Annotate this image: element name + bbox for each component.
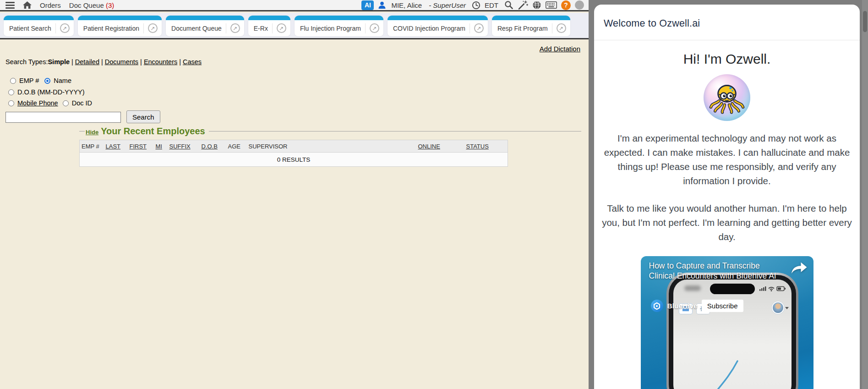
tab-label: Resp Fit Program — [497, 25, 548, 32]
tab-divider — [55, 23, 56, 33]
search-type-cases[interactable]: Cases — [183, 58, 202, 66]
phone-screen-curve — [701, 358, 760, 389]
radio-label-mobile-phone[interactable]: Mobile Phone — [17, 99, 58, 107]
scrollbar-thumb[interactable] — [863, 11, 867, 32]
legend-line — [79, 131, 85, 131]
recent-employees-table: EMP # LAST FIRST MI SUFFIX D.O.B AGE SUP… — [79, 140, 508, 167]
open-in-new-window-icon[interactable]: ↗ — [60, 23, 70, 33]
subscribe-button[interactable]: Subscribe — [702, 300, 743, 312]
tab-covid-injection-program[interactable]: COVID Injection Program↗ — [388, 16, 488, 36]
assistant-greeting: Hi! I'm Ozwell. — [594, 51, 860, 67]
youtube-video-embed[interactable]: How to Capture and Transcribe Clinical E… — [641, 256, 813, 389]
add-dictation-link[interactable]: Add Dictation — [540, 45, 580, 53]
user-name: MIE, Alice — [391, 1, 422, 9]
search-type-documents[interactable]: Documents — [105, 58, 138, 66]
tab-divider — [226, 23, 226, 33]
open-in-new-window-icon[interactable]: ↗ — [370, 23, 379, 33]
share-icon[interactable] — [790, 261, 808, 274]
tab-flu-injection-program[interactable]: Flu Injection Program↗ — [295, 16, 383, 36]
search-icon[interactable] — [504, 0, 513, 10]
radio-name[interactable] — [44, 78, 50, 84]
radio-mobile-phone[interactable] — [8, 100, 14, 106]
connection-status-icon[interactable] — [575, 0, 584, 10]
patient-search-content: Add Dictation Search Types:Simple|Detail… — [0, 41, 589, 389]
radio-label-dob: D.O.B (MM-DD-YYYY) — [17, 88, 85, 96]
column-status[interactable]: STATUS — [464, 140, 508, 153]
radio-label-emp: EMP # — [19, 77, 39, 84]
column-first[interactable]: FIRST — [128, 140, 154, 153]
tab-label: Patient Registration — [83, 25, 139, 32]
column-suffix[interactable]: SUFFIX — [168, 140, 200, 153]
radio-label-name: Name — [54, 77, 71, 84]
open-in-new-window-icon[interactable]: ↗ — [557, 23, 566, 33]
tab-document-queue[interactable]: Document Queue↗ — [166, 16, 244, 36]
tab-accent-bar — [295, 16, 383, 20]
open-in-new-window-icon[interactable]: ↗ — [277, 23, 286, 33]
tab-resp-fit-program[interactable]: Resp Fit Program↗ — [492, 16, 570, 36]
hamburger-menu-icon[interactable] — [5, 2, 15, 9]
legend-line — [209, 131, 581, 131]
search-button[interactable]: Search — [126, 110, 160, 123]
channel-row: BlueHive Subscribe — [651, 300, 743, 312]
phone-notch — [710, 284, 755, 294]
separator: | — [99, 58, 105, 66]
topbar-link-orders[interactable]: Orders — [40, 1, 61, 9]
globe-icon[interactable] — [532, 0, 541, 10]
doc-queue-label: Doc Queue — [69, 1, 104, 9]
phone-avatar-caret — [785, 307, 789, 309]
tab-accent-bar — [492, 16, 570, 20]
column-online[interactable]: ONLINE — [416, 140, 464, 153]
timezone-label: EDT — [485, 1, 498, 9]
radio-doc-id[interactable] — [63, 100, 69, 106]
tab-divider — [272, 23, 273, 33]
tab-patient-search[interactable]: Patient Search↗ — [4, 16, 74, 36]
column-last[interactable]: LAST — [104, 140, 128, 153]
tab-label: Flu Injection Program — [300, 25, 361, 32]
hide-link[interactable]: Hide — [86, 129, 98, 136]
assistant-disclaimer-paragraph: I'm an experimental technology and may n… — [601, 131, 852, 188]
help-icon[interactable]: ? — [561, 0, 571, 10]
tab-patient-registration[interactable]: Patient Registration↗ — [78, 16, 162, 36]
tab-accent-bar — [388, 16, 488, 20]
empty-results-row: 0 RESULTS — [80, 153, 508, 167]
separator: | — [177, 58, 183, 66]
home-icon[interactable] — [23, 1, 32, 9]
panel-scrollbar[interactable] — [862, 0, 868, 389]
column-mi[interactable]: MI — [154, 140, 168, 153]
separator: | — [138, 58, 144, 66]
topbar-link-doc-queue[interactable]: Doc Queue (3) — [69, 1, 114, 9]
channel-name[interactable]: BlueHive — [667, 302, 698, 310]
bluehive-logo-icon[interactable] — [651, 300, 663, 312]
assistant-area: Welcome to Ozwell.ai Hi! I'm Ozwell. — [589, 0, 868, 389]
search-types-row: Search Types:Simple|Detailed|Documents|E… — [5, 58, 202, 66]
open-in-new-window-icon[interactable]: ↗ — [148, 23, 158, 33]
tab-e-rx[interactable]: E-Rx↗ — [248, 16, 290, 36]
search-types-label: Search Types: — [5, 58, 48, 66]
radio-row-2: D.O.B (MM-DD-YYYY) — [8, 88, 85, 96]
recent-employees-legend: Hide Your Recent Employees — [79, 126, 581, 137]
search-type-detailed[interactable]: Detailed — [75, 58, 99, 66]
ehr-app: Orders Doc Queue (3) AI MIE, Alice - Sup… — [0, 0, 589, 389]
radio-row-3: Mobile Phone Doc ID — [8, 99, 92, 107]
magic-wand-icon[interactable] — [518, 0, 528, 10]
search-type-encounters[interactable]: Encounters — [144, 58, 177, 66]
open-in-new-window-icon[interactable]: ↗ — [474, 23, 484, 33]
keyboard-icon[interactable] — [546, 1, 557, 9]
column-dob[interactable]: D.O.B — [200, 140, 226, 153]
empty-results-text: 0 RESULTS — [80, 153, 508, 167]
tab-accent-bar — [248, 16, 290, 20]
tab-bar: Patient Search↗ Patient Registration↗ Do… — [0, 13, 589, 39]
topbar: Orders Doc Queue (3) AI MIE, Alice - Sup… — [0, 0, 589, 11]
tab-divider — [365, 23, 366, 33]
radio-dob[interactable] — [8, 89, 14, 95]
clock-icon[interactable] — [472, 1, 480, 10]
video-title: How to Capture and Transcribe Clinical E… — [649, 261, 787, 281]
ai-assistant-icon[interactable]: AI — [361, 0, 374, 10]
radio-label-doc-id: Doc ID — [72, 99, 92, 107]
radio-emp-number[interactable] — [10, 78, 16, 84]
table-header-row: EMP # LAST FIRST MI SUFFIX D.O.B AGE SUP… — [80, 140, 508, 153]
column-age: AGE — [226, 140, 247, 153]
open-in-new-window-icon[interactable]: ↗ — [230, 23, 240, 33]
user-icon[interactable] — [378, 1, 386, 9]
search-input[interactable] — [5, 112, 121, 123]
